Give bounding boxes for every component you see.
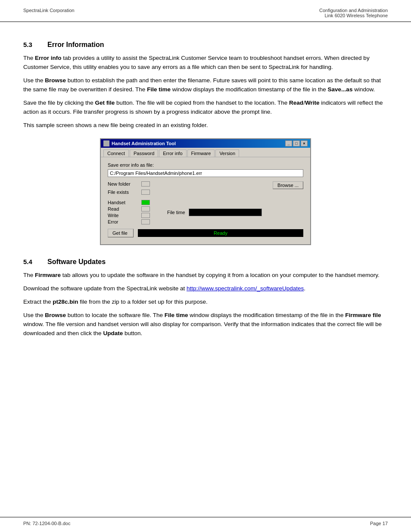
read-indicator — [141, 206, 150, 212]
filetime-label: File time — [167, 210, 185, 215]
header-company: SpectraLink Corporation — [23, 8, 75, 13]
tab-firmware[interactable]: Firmware — [187, 149, 215, 157]
update-bold: Update — [103, 330, 123, 336]
app-window-screenshot: Handset Administration Tool _ □ × Connec… — [100, 138, 311, 245]
write-indicator — [141, 213, 150, 218]
error-info-bold: Error info — [35, 55, 62, 61]
error-indicator — [141, 219, 150, 224]
file-exists-indicator — [141, 190, 150, 195]
app-icon — [103, 140, 109, 146]
ready-status: Ready — [138, 229, 303, 237]
handset-label: Handset — [108, 200, 138, 205]
filepath-input[interactable]: C:/Program Files/HandsetAdmin/phone1.err — [108, 169, 303, 177]
tab-connect[interactable]: Connect — [103, 149, 129, 157]
filetime-section: File time — [167, 200, 303, 224]
app-body: Save error info as file: C:/Program File… — [101, 157, 310, 244]
page-header: SpectraLink Corporation Configuration an… — [0, 0, 411, 22]
file-time-bold: File time — [147, 86, 171, 93]
spectralink-link[interactable]: http://www.spectralink.com/_softwareUpda… — [187, 285, 304, 292]
pt28c-bold: pt28c.bin — [53, 299, 78, 305]
page-content: 5.3 Error Information The Error info tab… — [0, 22, 411, 368]
section-54-para3: Extract the pt28c.bin file from the zip … — [23, 298, 388, 307]
section-54-para4: Use the Browse button to locate the soft… — [23, 311, 388, 338]
app-footer: Get file Ready — [108, 229, 303, 237]
close-button[interactable]: × — [301, 140, 308, 146]
write-row: Write — [108, 213, 150, 218]
handset-row: Handset — [108, 200, 150, 205]
app-tabbar: Connect Password Error info Firmware Ver… — [101, 148, 310, 157]
write-label: Write — [108, 213, 138, 218]
status-indicators: Handset Read Write Error — [108, 200, 150, 224]
write-bold: Write — [305, 100, 320, 106]
section-53-title: Error Information — [47, 41, 104, 49]
titlebar-controls: _ □ × — [285, 140, 308, 146]
section-54-title: Software Updates — [47, 258, 106, 266]
section-54-number: 5.4 — [23, 258, 39, 265]
file-exists-label: File exists — [108, 190, 138, 195]
tab-error-info[interactable]: Error info — [159, 149, 186, 157]
error-row: Error — [108, 219, 150, 224]
save-as-bold: Save...as — [328, 86, 353, 93]
section-53-para4: This sample screen shows a new file bein… — [23, 121, 388, 130]
get-file-bold: Get file — [95, 100, 115, 106]
get-file-button[interactable]: Get file — [108, 229, 134, 237]
firmware-bold: Firmware — [35, 272, 61, 278]
new-folder-label: New folder — [108, 181, 138, 187]
section-53-para2: Use the Browse button to establish the p… — [23, 76, 388, 94]
indicators-section: Handset Read Write Error — [108, 200, 303, 224]
page-footer: PN: 72-1204-00-B.doc Page 17 — [0, 517, 411, 532]
file-exists-row: File exists — [108, 190, 150, 195]
read-bold: Read — [289, 100, 303, 106]
browse-button[interactable]: Browse ... — [273, 181, 303, 189]
titlebar-left: Handset Administration Tool — [103, 140, 176, 146]
maximize-button[interactable]: □ — [293, 140, 300, 146]
browse-bold-1: Browse — [45, 77, 66, 84]
folder-indicators: New folder File exists — [108, 181, 150, 196]
section-53-number: 5.3 — [23, 41, 39, 48]
file-time-bold-2: File time — [165, 312, 188, 318]
save-label: Save error info as file: — [108, 162, 303, 168]
new-folder-indicator — [141, 181, 150, 187]
section-53-para3: Save the file by clicking the Get file b… — [23, 99, 388, 117]
error-label: Error — [108, 219, 138, 224]
read-label: Read — [108, 206, 138, 212]
section-53-para1: The Error info tab provides a utility to… — [23, 54, 388, 72]
app-window-title: Handset Administration Tool — [112, 141, 176, 146]
browse-bold-2: Browse — [45, 312, 66, 318]
filetime-display — [189, 208, 262, 216]
minimize-button[interactable]: _ — [285, 140, 292, 146]
tab-password[interactable]: Password — [130, 149, 158, 157]
handset-indicator — [141, 200, 150, 205]
header-doc-info: Configuration and Administration Link 60… — [319, 8, 388, 18]
section-54-para1: The Firmware tab allows you to update th… — [23, 271, 388, 280]
app-titlebar: Handset Administration Tool _ □ × — [101, 139, 310, 148]
section-53-heading: 5.3 Error Information — [23, 41, 388, 49]
footer-page: Page 17 — [370, 521, 388, 526]
section-54-para2: Download the software update from the Sp… — [23, 284, 388, 293]
new-folder-row: New folder — [108, 181, 150, 187]
section-54-heading: 5.4 Software Updates — [23, 258, 388, 266]
firmware-file-bold: Firmware file — [345, 312, 381, 318]
footer-pn: PN: 72-1204-00-B.doc — [23, 521, 70, 526]
read-row: Read — [108, 206, 150, 212]
tab-version[interactable]: Version — [215, 149, 239, 157]
